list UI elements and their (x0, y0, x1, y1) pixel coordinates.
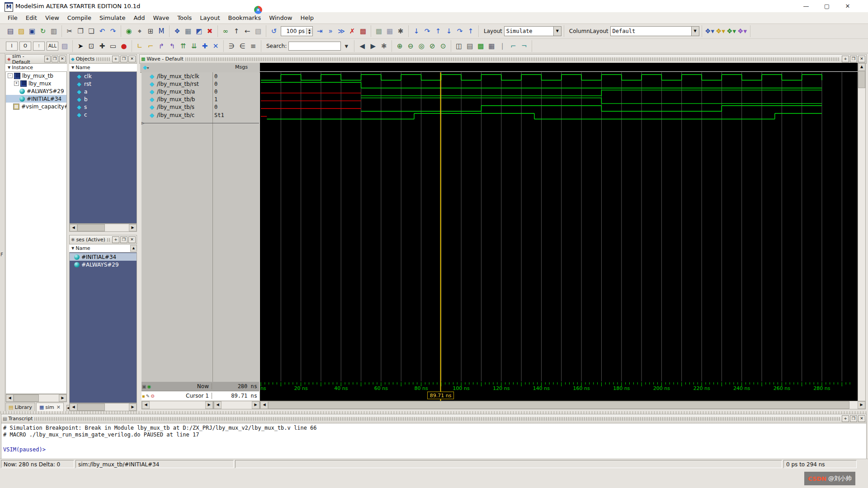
zoom-cursor-icon[interactable]: ⊙ (438, 41, 448, 51)
scroll-right-icon[interactable]: ▶ (205, 401, 213, 409)
wave-search-input[interactable] (288, 42, 341, 51)
expand-time-icon[interactable]: ∋ (226, 41, 236, 51)
transcript-dock-button[interactable]: + (842, 415, 849, 422)
scroll-right-icon[interactable]: ▶ (858, 401, 865, 409)
compile-all-icon[interactable]: ▦ (183, 26, 193, 36)
step-into-current-icon[interactable]: ↓ (444, 26, 454, 36)
cursor-lock-all-icon[interactable]: ◉ (147, 384, 151, 389)
environment-forward-icon[interactable]: ▧ (253, 26, 263, 36)
object-item-clk[interactable]: ◆clk (70, 72, 137, 80)
add-to-wave-icon[interactable]: ⊞ (146, 26, 156, 36)
processes-hscrollbar[interactable]: ◀ ▶ (69, 403, 137, 411)
restart-icon[interactable]: ↺ (269, 26, 279, 36)
sim-float-button[interactable]: ❐ (52, 56, 58, 62)
wave-signal-s[interactable]: ◆/lby_mux_tb/s (142, 103, 212, 111)
wave-signal-rst[interactable]: ◆/lby_mux_tb/rst (142, 80, 212, 88)
search-forward-icon[interactable]: ▶ (368, 41, 378, 51)
scroll-left-icon[interactable]: ◀ (6, 394, 14, 402)
run-continue-icon[interactable]: » (326, 26, 335, 36)
tab-library[interactable]: ▤ Library (5, 403, 35, 412)
object-item-rst[interactable]: ◆rst (70, 80, 137, 88)
tree-item--always-29[interactable]: #ALWAYS#29 (6, 87, 66, 95)
tab-sim[interactable]: ▦ sim ✕ (36, 403, 64, 412)
scroll-thumb[interactable] (77, 224, 105, 231)
zoom-out-icon[interactable]: ⊖ (406, 41, 415, 51)
wave-signal-value-b[interactable]: 1 (213, 96, 259, 103)
close-button[interactable]: ✕ (837, 0, 858, 12)
new-file-icon[interactable]: ▤ (5, 26, 15, 36)
wave-close-button[interactable]: ✕ (858, 56, 865, 62)
scroll-up-icon[interactable]: ▲ (858, 63, 865, 71)
scroll-left-icon[interactable]: ◀ (260, 401, 268, 409)
modelsim-icon[interactable]: M (156, 26, 166, 36)
wave-signal-value-c[interactable]: St1 (213, 111, 259, 119)
zoom-range-icon[interactable]: ⊘ (427, 41, 437, 51)
wave-canvas[interactable]: 0 ns20 ns40 ns60 ns80 ns100 ns120 ns140 … (260, 63, 858, 408)
environment-link-icon[interactable]: ∞ (221, 26, 231, 36)
sim-dock-button[interactable]: + (44, 56, 51, 62)
expand-icon[interactable]: + (14, 81, 19, 86)
wave-names-hscrollbar[interactable]: ◀▶ (142, 401, 213, 409)
wave-extend-icon[interactable]: ✚ (200, 41, 210, 51)
zoom-in-icon[interactable]: ⊕ (395, 41, 405, 51)
show-drivers-icon[interactable]: ◫ (454, 41, 464, 51)
simulate-icon[interactable]: ◩ (194, 26, 204, 36)
cursor-delete-icon[interactable]: ⊖ (151, 394, 154, 399)
performance-icon[interactable]: ▩ (374, 26, 384, 36)
port-inout-button[interactable]: ⁝ (33, 42, 45, 51)
wave-signal-value-rst[interactable]: 0 (213, 80, 259, 88)
scroll-thumb[interactable] (77, 404, 105, 411)
minimize-button[interactable]: — (796, 0, 816, 12)
menu-simulate[interactable]: Simulate (95, 13, 129, 23)
save-icon[interactable]: ▣ (27, 26, 37, 36)
wave-float-button[interactable]: ❐ (850, 56, 857, 62)
scroll-right-icon[interactable]: ▶ (252, 401, 259, 409)
transcript-header[interactable]: ▤ Transcript + ❐ ✕ (1, 414, 867, 423)
step-over-icon[interactable]: ↷ (422, 26, 432, 36)
environment-up-icon[interactable]: ↑ (231, 26, 241, 36)
now-row[interactable]: ▣ ◉ Now 280 ns (142, 382, 259, 391)
processes-panel-header[interactable]: ✱ ses (Active) + ❐ ✕ (69, 235, 137, 244)
collapse-icon[interactable]: - (8, 73, 13, 78)
end-simulation-icon[interactable]: ✖ (205, 26, 215, 36)
cursor-edit-icon[interactable]: ✎ (146, 394, 150, 399)
objects-panel-grip[interactable] (96, 57, 110, 61)
edit-mode-icon[interactable]: ▭ (108, 41, 118, 51)
wave-panel-header[interactable]: ▩ Wave - Default + ❐ ✕ (139, 54, 867, 64)
collapse-all-icon[interactable]: ≡ (248, 41, 258, 51)
step-into-icon[interactable]: ↓ (411, 26, 421, 36)
transcript-float-button[interactable]: ❐ (850, 415, 857, 422)
cut-icon[interactable]: ✂ (65, 26, 75, 36)
menu-view[interactable]: View (41, 13, 63, 23)
wave-signal-clk[interactable]: ◆/lby_mux_tb/clk (142, 72, 212, 80)
object-item-c[interactable]: ◆c (70, 111, 137, 118)
processes-panel-grip[interactable] (107, 238, 110, 242)
add-divider-icon[interactable]: ∣ (497, 41, 507, 51)
objects-panel-header[interactable]: ◆ Objects + ❐ ✕ (69, 54, 137, 64)
wave-signal-value-a[interactable]: 0 (213, 88, 259, 95)
scroll-thumb[interactable] (268, 401, 849, 409)
objects-dock-button[interactable]: + (112, 56, 119, 62)
search-options-icon[interactable]: ✱ (379, 41, 389, 51)
menu-edit[interactable]: Edit (22, 13, 41, 23)
port-out-button[interactable]: O (19, 42, 31, 51)
transcript-close-button[interactable]: ✕ (858, 415, 865, 422)
environment-back-icon[interactable]: ← (242, 26, 252, 36)
tree-item--vsim-capacity-[interactable]: #vsim_capacity# (6, 103, 66, 110)
collapse-time-icon[interactable]: ∈ (237, 41, 247, 51)
left-dock-tab[interactable]: F (0, 252, 3, 257)
layout-toolbar-4-icon[interactable]: ❖▾ (737, 26, 747, 36)
run-length-field[interactable]: 100 ps▲▼ (281, 26, 313, 36)
scroll-right-icon[interactable]: ▶ (59, 394, 66, 402)
spin-arrows[interactable]: ▲▼ (306, 28, 312, 34)
transcript-log[interactable]: # Simulation Breakpoint: Break in Module… (1, 423, 867, 462)
menu-add[interactable]: Add (129, 13, 149, 23)
cursor-add-icon[interactable]: ▣ (142, 384, 146, 389)
tree-item--initial-34[interactable]: #INITIAL#34 (6, 95, 66, 103)
scroll-right-icon[interactable]: ▶ (129, 404, 137, 411)
wave-signal-value-clk[interactable]: 0 (213, 72, 259, 80)
menu-file[interactable]: File (4, 13, 22, 23)
wave-stretch-icon[interactable]: ⇈ (178, 41, 188, 51)
compile-check-icon[interactable]: ◉ (124, 26, 134, 36)
wave-dock-button[interactable]: + (842, 56, 849, 62)
